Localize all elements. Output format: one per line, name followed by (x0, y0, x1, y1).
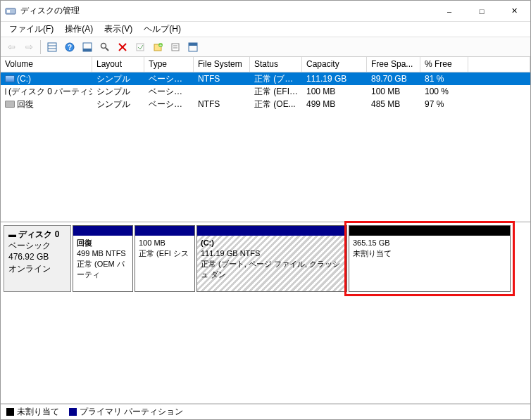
legend: 未割り当て プライマリ パーティション (1, 404, 530, 419)
cell-status: 正常 (OE... (250, 98, 302, 111)
disk-status: オンライン (8, 264, 51, 274)
partition-label: 100 MB正常 (EFI シス (135, 236, 194, 261)
cell-free: 89.70 GB (367, 73, 420, 84)
swatch-blue (69, 408, 77, 416)
col-type[interactable]: Type (144, 57, 194, 72)
cell-status: 正常 (ブート... (250, 72, 302, 86)
partition-stripe (197, 226, 346, 236)
disk-size: 476.92 GB (8, 252, 49, 262)
cell-capacity: 111.19 GB (302, 73, 367, 84)
disk-partition[interactable]: (C:)111.19 GB NTFS正常 (ブート, ページ ファイル, クラッ… (196, 225, 347, 292)
col-status[interactable]: Status (250, 57, 302, 72)
help-icon[interactable]: ? (62, 39, 77, 55)
volume-name: 回復 (17, 98, 34, 110)
cell-capacity: 499 MB (302, 98, 367, 110)
app-icon (5, 6, 16, 17)
col-freespace[interactable]: Free Spa... (367, 57, 420, 72)
partition-label: (C:)111.19 GB NTFS正常 (ブート, ページ ファイル, クラッ… (197, 236, 346, 281)
delete-icon[interactable] (115, 39, 130, 55)
col-pctfree[interactable]: % Free (420, 57, 468, 72)
svg-rect-1 (7, 10, 10, 13)
menubar: ファイル(F) 操作(A) 表示(V) ヘルプ(H) (1, 22, 530, 37)
col-layout[interactable]: Layout (92, 57, 144, 72)
disk-info[interactable]: ▬ ディスク 0 ベーシック 476.92 GB オンライン (4, 225, 71, 292)
volume-list-header: Volume Layout Type File System Status Ca… (1, 57, 530, 72)
col-volume[interactable]: Volume (1, 57, 92, 72)
properties-icon[interactable] (168, 39, 183, 55)
cell-type: ベーシック (144, 72, 194, 86)
cell-fs (194, 91, 250, 92)
partition-stripe (73, 226, 132, 236)
view-bottom-icon[interactable] (80, 39, 95, 55)
toolbar: ⇦ ⇨ ? + (1, 37, 530, 57)
cell-pct: 100 % (420, 86, 468, 97)
cell-free: 100 MB (367, 86, 420, 97)
col-extra[interactable] (468, 57, 530, 72)
partition-label: 365.15 GB未割り当て (349, 236, 510, 261)
svg-text:?: ? (68, 44, 72, 51)
legend-primary: プライマリ パーティション (69, 406, 183, 418)
cell-pct: 97 % (420, 98, 468, 110)
svg-rect-17 (172, 44, 179, 51)
cell-fs: NTFS (194, 73, 250, 84)
titlebar: ディスクの管理 – □ ✕ (1, 1, 530, 22)
disk-pane: ▬ ディスク 0 ベーシック 476.92 GB オンライン 回復499 MB … (1, 222, 530, 404)
new-partition-icon[interactable]: + (150, 39, 165, 55)
drive-icon (5, 88, 6, 95)
cell-type: ベーシック (144, 98, 194, 111)
svg-point-9 (101, 43, 106, 48)
swatch-black (6, 408, 14, 416)
volume-name: (C:) (17, 74, 31, 84)
refresh-icon[interactable] (97, 39, 113, 55)
menu-action[interactable]: 操作(A) (59, 22, 99, 37)
volume-row[interactable]: (ディスク 0 パーティシ...シンプルベーシック正常 (EFI ...100 … (1, 85, 530, 98)
drive-icon (5, 75, 15, 82)
cell-free: 485 MB (367, 98, 420, 110)
disk-partition[interactable]: 回復499 MB NTFS正常 (OEM パーティ (73, 225, 133, 292)
volume-row[interactable]: (C:)シンプルベーシックNTFS正常 (ブート...111.19 GB89.7… (1, 72, 530, 85)
menu-view[interactable]: 表示(V) (99, 22, 138, 37)
menu-file[interactable]: ファイル(F) (4, 22, 59, 37)
menu-help[interactable]: ヘルプ(H) (138, 22, 187, 37)
svg-rect-21 (189, 43, 197, 46)
volume-list: Volume Layout Type File System Status Ca… (1, 57, 530, 222)
volume-row[interactable]: 回復シンプルベーシックNTFS正常 (OE...499 MB485 MB97 % (1, 98, 530, 110)
cell-capacity: 100 MB (302, 86, 367, 97)
minimize-button[interactable]: – (433, 1, 466, 22)
svg-rect-8 (83, 49, 92, 51)
cell-pct: 81 % (420, 73, 468, 84)
view-top-icon[interactable] (185, 39, 201, 55)
close-button[interactable]: ✕ (498, 1, 530, 22)
disk-partition[interactable]: 365.15 GB未割り当て (349, 225, 511, 292)
volume-name: (ディスク 0 パーティシ... (8, 86, 92, 98)
cell-fs: NTFS (194, 98, 250, 110)
cell-type: ベーシック (144, 85, 194, 98)
disk-row: ▬ ディスク 0 ベーシック 476.92 GB オンライン 回復499 MB … (4, 225, 527, 292)
toolbar-separator (40, 40, 41, 54)
back-button[interactable]: ⇦ (4, 39, 19, 55)
window-title: ディスクの管理 (20, 5, 433, 17)
svg-rect-2 (48, 43, 56, 51)
col-filesystem[interactable]: File System (194, 57, 250, 72)
disk-type: ベーシック (8, 241, 51, 250)
cell-layout: シンプル (92, 85, 144, 98)
cell-status: 正常 (EFI ... (250, 85, 302, 98)
drive-icon (5, 101, 15, 108)
disk-name: ディスク 0 (18, 229, 59, 239)
legend-unallocated: 未割り当て (6, 406, 59, 418)
svg-line-10 (106, 48, 108, 51)
cell-layout: シンプル (92, 72, 144, 86)
view-list-icon[interactable] (44, 39, 60, 55)
disk-partition[interactable]: 100 MB正常 (EFI シス (135, 225, 195, 292)
maximize-button[interactable]: □ (466, 1, 498, 22)
col-capacity[interactable]: Capacity (302, 57, 367, 72)
forward-button[interactable]: ⇨ (21, 39, 37, 55)
toolbar-icon-1[interactable] (132, 39, 148, 55)
svg-text:+: + (159, 42, 162, 47)
cell-layout: シンプル (92, 98, 144, 111)
partition-label: 回復499 MB NTFS正常 (OEM パーティ (73, 236, 132, 281)
partition-stripe (349, 226, 510, 236)
partition-stripe (135, 226, 194, 236)
